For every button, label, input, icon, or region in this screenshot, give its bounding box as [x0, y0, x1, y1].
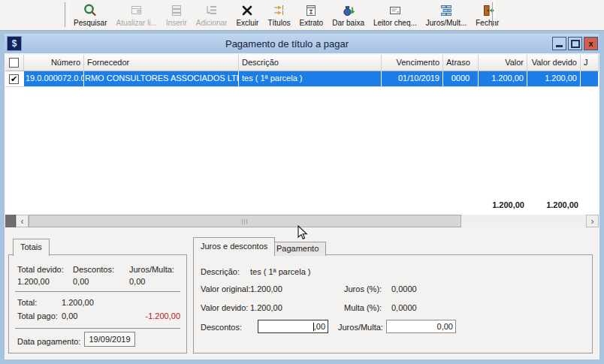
- total-label: Total:: [17, 298, 37, 307]
- pay-off-moneybag-icon: [341, 3, 356, 18]
- app-window: $ Pagamento de título a pagar x Número F…: [0, 31, 604, 364]
- window-content: Número Fornecedor Descrição Vencimento A…: [5, 53, 599, 359]
- cell-descricao: tes ( 1ª parcela ): [239, 71, 382, 86]
- juros-multa-input-value: 0,00: [437, 322, 453, 331]
- toolbar-button-fechar[interactable]: Fechar: [471, 1, 503, 29]
- col-header-descricao[interactable]: Descrição: [239, 55, 382, 71]
- col-header-valor-devido[interactable]: Valor devido: [527, 55, 581, 71]
- maximize-icon: [571, 40, 580, 48]
- descontos-value: 0,00: [73, 277, 89, 286]
- total-value: 1.200,00: [62, 298, 94, 307]
- cell-fornecedor: RMO CONSULTORES ASSOCIADOS LTDA: [84, 71, 239, 86]
- valor-original-label: Valor original:: [201, 284, 250, 293]
- check-reader-icon: [388, 3, 403, 18]
- statement-icon: [304, 3, 319, 18]
- toolbar-separator: [492, 2, 495, 27]
- descontos-input-value: ,00: [314, 322, 325, 331]
- data-pagamento-field[interactable]: 19/09/2019: [84, 332, 135, 347]
- toolbar-button-inserir: Inserir: [162, 1, 192, 29]
- toolbar-button-label: Excluir: [236, 19, 258, 27]
- descricao-label: Descrição:: [201, 267, 240, 276]
- toolbar-button-label: Dar baixa: [332, 19, 364, 27]
- maximize-button[interactable]: [568, 37, 582, 50]
- scrollbar-track[interactable]: [461, 215, 586, 227]
- toolbar-button-atualizar: Atualizar li...: [111, 1, 161, 29]
- toolbar-button-titulos[interactable]: Títulos: [263, 1, 294, 29]
- juros-multa-label: Juros/Multa:: [129, 265, 174, 274]
- toolbar-button-label: Adicionar: [196, 19, 228, 27]
- close-button[interactable]: x: [584, 37, 598, 50]
- toolbar-button-pesquisar[interactable]: Pesquisar: [69, 1, 111, 29]
- col-header-valor[interactable]: Valor: [479, 55, 527, 71]
- select-all-cell[interactable]: [5, 55, 24, 71]
- descontos-input[interactable]: ,00: [258, 320, 328, 333]
- scroll-left-button[interactable]: ‹: [16, 215, 29, 227]
- total-devido-value: 1.200,00: [17, 277, 50, 286]
- toolbar-button-adicionar: Adicionar: [192, 1, 232, 29]
- scrollbar-grip-box[interactable]: [5, 215, 16, 227]
- toolbar-button-label: Extrato: [299, 19, 323, 27]
- juros-descontos-panel: Descrição: tes ( 1ª parcela ) Valor orig…: [193, 254, 593, 353]
- tab-totais[interactable]: Totais: [13, 239, 50, 256]
- toolbar-button-dar-baixa[interactable]: Dar baixa: [328, 1, 369, 29]
- row-checkbox[interactable]: ✔: [9, 74, 19, 84]
- scroll-right-button[interactable]: ›: [586, 215, 599, 227]
- minimize-button[interactable]: [552, 37, 566, 50]
- toolbar-button-label: Pesquisar: [74, 19, 107, 27]
- juros-multa-value: 0,00: [129, 277, 145, 286]
- multa-pct-label: Multa (%):: [344, 303, 382, 312]
- valor-devido-value: 1.200,00: [250, 303, 282, 312]
- juros-multa-input-label: Juros/Multa:: [338, 323, 383, 332]
- saldo-value: -1.200,00: [146, 311, 180, 320]
- col-header-atraso[interactable]: Atraso: [443, 55, 479, 71]
- col-header-vencimento[interactable]: Vencimento: [382, 55, 443, 71]
- juros-pct-label: Juros (%):: [344, 284, 382, 293]
- main-toolbar: Pesquisar Atualizar li... Inserir Adicio…: [0, 0, 604, 31]
- search-icon: [83, 3, 98, 18]
- toolbar-button-label: Títulos: [267, 19, 290, 27]
- total-devido-label: Total devido:: [17, 265, 64, 274]
- juros-pct-value: 0,0000: [391, 284, 417, 293]
- grid-header-row: Número Fornecedor Descrição Vencimento A…: [5, 55, 599, 71]
- scrollbar-thumb[interactable]: |||: [29, 215, 461, 227]
- refresh-list-icon: [129, 3, 144, 18]
- total-valor-devido: 1.200,00: [546, 200, 578, 209]
- toolbar-button-juros-multa[interactable]: Juros/Mult...: [421, 1, 471, 29]
- thumb-grip-icon: |||: [241, 218, 248, 224]
- cell-numero: 19.0.000072.0.01: [24, 71, 84, 86]
- toolbar-button-extrato[interactable]: Extrato: [294, 1, 328, 29]
- toolbar-button-label: Leitor cheq...: [373, 19, 417, 27]
- col-header-fornecedor[interactable]: Fornecedor: [84, 55, 239, 71]
- toolbar-button-label: Atualizar li...: [116, 19, 156, 27]
- cell-juros: [581, 71, 599, 86]
- window-titlebar[interactable]: $ Pagamento de título a pagar x: [5, 34, 599, 53]
- toolbar-button-leitor-cheque[interactable]: Leitor cheq...: [369, 1, 421, 29]
- col-header-juros[interactable]: J: [581, 55, 599, 71]
- tab-pagamento[interactable]: Pagamento: [269, 242, 326, 256]
- toolbar-button-label: Fechar: [476, 19, 499, 27]
- titles-arrows-icon: [271, 3, 286, 18]
- descontos-input-label: Descontos:: [201, 323, 242, 332]
- add-icon: [204, 3, 219, 18]
- toolbar-button-excluir[interactable]: Excluir: [231, 1, 263, 29]
- totais-panel: Total devido: Descontos: Juros/Multa: 1.…: [8, 254, 187, 353]
- col-header-numero[interactable]: Número: [24, 55, 84, 71]
- valor-devido-label: Valor devido:: [201, 303, 248, 312]
- grid-row-selected[interactable]: ✔ 19.0.000072.0.01 RMO CONSULTORES ASSOC…: [5, 71, 599, 87]
- window-title: Pagamento de título a pagar: [22, 38, 552, 50]
- select-all-checkbox[interactable]: [9, 58, 19, 68]
- cell-vencimento: 01/10/2019: [382, 71, 443, 86]
- delete-x-icon: [240, 3, 255, 18]
- tab-juros-descontos[interactable]: Juros e descontos: [193, 237, 275, 256]
- juros-multa-input[interactable]: 0,00: [386, 320, 456, 333]
- total-pago-value: 0,00: [62, 311, 77, 320]
- titles-grid: Número Fornecedor Descrição Vencimento A…: [5, 55, 599, 227]
- money-window-icon: $: [7, 36, 22, 51]
- cell-atraso: 0000: [443, 71, 479, 86]
- total-pago-label: Total pago:: [17, 311, 58, 320]
- minimize-icon: [556, 45, 563, 47]
- divider: [15, 291, 180, 292]
- divider: [15, 328, 180, 329]
- toolbar-button-label: Juros/Mult...: [426, 19, 467, 27]
- descontos-label: Descontos:: [73, 265, 114, 274]
